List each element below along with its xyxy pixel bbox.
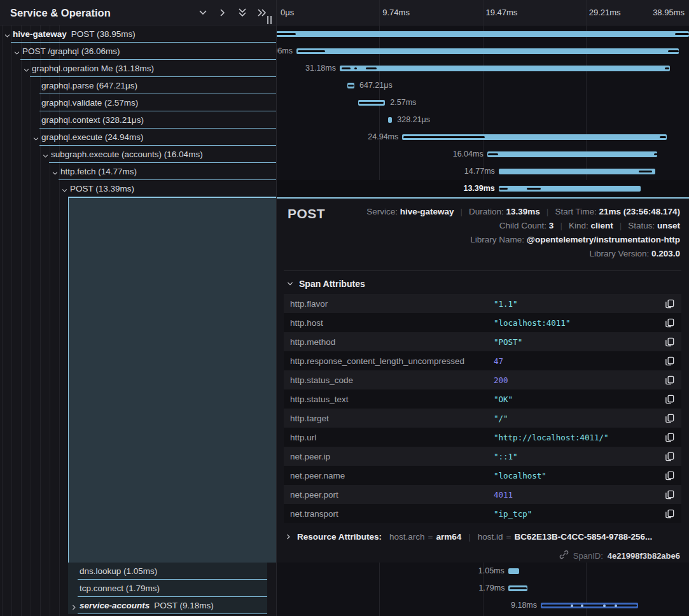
copy-icon[interactable] [657,318,681,328]
span-attributes-title: Span Attributes [299,279,365,289]
span-name: graphql.validate (2.57ms) [41,94,138,111]
timeline-row[interactable]: 16.04ms [276,146,689,163]
attribute-key: http.response_content_length_uncompresse… [284,356,494,366]
self-time-notch [675,33,689,35]
tree-row[interactable]: graphql.parse (647.21μs) [0,77,276,94]
span-bar[interactable] [340,66,670,71]
timeline-row[interactable]: 9.18ms [276,597,689,614]
attribute-value: "localhost:4011" [494,318,657,328]
span-id-label: SpanID: [573,551,603,561]
chevron-down-icon[interactable] [61,185,68,197]
chevron-down-icon[interactable] [198,8,208,18]
copy-icon[interactable] [657,375,681,385]
chevron-down-icon[interactable] [23,65,30,76]
timeline-row[interactable]: 647.21μs [276,77,689,94]
chevron-right-icon[interactable] [71,602,78,613]
span-name: hive-gatewayPOST (38.95ms) [13,25,136,43]
timeline-row[interactable]: 328.21μs [276,111,689,129]
copy-icon[interactable] [657,433,681,442]
attribute-row: net.peer.name"localhost" [284,466,681,485]
span-detail-title: POST [288,206,325,221]
meta-separator: | [540,207,555,216]
operation-name: subgraph.execute (accounts) (16.04ms) [51,150,203,159]
span-bar[interactable] [388,117,392,123]
tree-row[interactable]: graphql.operation Me (31.18ms) [0,60,276,77]
attribute-row: http.flavor"1.1" [284,294,681,313]
copy-icon[interactable] [657,509,681,519]
operation-name: tcp.connect (1.79ms) [80,584,160,593]
duration-label: 24.94ms [368,129,398,146]
resource-attributes-title: Resource Attributes: [297,532,382,542]
duration-label: 1.79ms [478,580,505,597]
copy-icon[interactable] [657,337,681,347]
duration-label: 31.18ms [305,60,336,77]
self-time-notch [510,587,527,589]
resource-separator: | [461,532,478,542]
attribute-row: net.peer.ip"::1" [284,447,681,466]
copy-icon[interactable] [657,299,681,309]
tree-row[interactable]: service-accountsPOST (9.18ms) [0,597,276,614]
tree-row[interactable]: graphql.context (328.21μs) [0,111,276,129]
timeline-row[interactable]: 14.77ms [276,163,689,180]
copy-icon[interactable] [657,452,681,461]
meta-label: Library Version: [589,249,651,258]
chevron-right-icon[interactable] [218,8,228,18]
copy-icon[interactable] [657,395,681,404]
resource-attributes-row[interactable]: Resource Attributes:host.arch=arm64|host… [285,532,652,542]
chevron-down-icon[interactable] [4,31,11,42]
tree-row[interactable]: POST (13.39ms) [0,180,276,197]
timeline-row[interactable]: 36.06ms [276,43,689,60]
attribute-value: "1.1" [494,299,657,309]
selected-span-backdrop [68,197,276,563]
tree-row[interactable]: http.fetch (14.77ms) [0,163,276,180]
timeline-tick-label: 0μs [281,0,294,25]
timeline-row[interactable]: 31.18ms [276,60,689,77]
double-chevron-down-icon[interactable] [237,8,247,18]
attribute-row: net.transport"ip_tcp" [284,504,681,523]
attribute-key: net.transport [284,509,494,519]
attribute-row: http.response_content_length_uncompresse… [284,351,681,370]
chevron-down-icon[interactable] [52,168,59,179]
tree-row[interactable]: graphql.validate (2.57ms) [0,94,276,111]
tree-row[interactable]: POST /graphql (36.06ms) [0,43,276,60]
tree-row[interactable]: tcp.connect (1.79ms) [0,580,276,597]
panel-resize-handle[interactable] [267,16,274,24]
span-bar[interactable] [487,151,657,157]
timeline-row[interactable] [276,25,689,43]
meta-label: Service: [366,207,400,216]
attribute-key: net.peer.name [284,471,494,480]
timeline-row[interactable]: 1.79ms [276,580,689,597]
copy-icon[interactable] [657,356,681,366]
tree-row[interactable]: graphql.execute (24.94ms) [0,129,276,146]
tree-row[interactable]: subgraph.execute (accounts) (16.04ms) [0,146,276,163]
chevron-down-icon[interactable] [13,48,20,59]
timeline-row[interactable]: 1.05ms [276,563,689,580]
chevron-down-icon[interactable] [32,134,39,145]
copy-icon[interactable] [657,471,681,480]
detail-meta-line: Child Count: 3|Kind: client|Status: unse… [366,219,680,233]
resource-key: host.arch [389,532,425,542]
timeline-row[interactable]: 2.57ms [276,94,689,111]
timeline-row[interactable]: 13.39ms [276,180,689,197]
copy-icon[interactable] [657,414,681,423]
link-icon[interactable] [559,550,569,561]
span-bar[interactable] [508,568,520,574]
meta-separator: | [613,221,629,230]
span-bar[interactable] [499,186,641,192]
span-bar[interactable] [276,31,689,37]
duration-label: 647.21μs [359,77,393,94]
tree-row[interactable]: hive-gatewayPOST (38.95ms) [0,25,276,43]
tree-row[interactable]: dns.lookup (1.05ms) [0,563,276,580]
span-bar[interactable] [296,48,679,54]
double-chevron-right-icon[interactable] [257,8,267,18]
timeline-tick-label: 9.74ms [382,0,410,25]
span-bar[interactable] [499,169,655,174]
detail-meta-line: Service: hive-gateway|Duration: 13.39ms|… [366,205,680,219]
duration-label: 9.18ms [511,597,537,614]
span-name: tcp.connect (1.79ms) [80,580,160,597]
copy-icon[interactable] [657,490,681,500]
span-name: POST (13.39ms) [70,180,134,197]
chevron-down-icon[interactable] [42,151,49,162]
timeline-row[interactable]: 24.94ms [276,129,689,146]
span-attributes-header[interactable]: Span Attributes [286,279,365,289]
